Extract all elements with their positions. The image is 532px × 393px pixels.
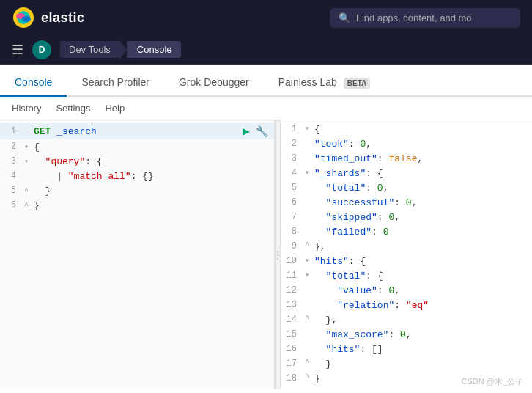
tab-search-profiler[interactable]: Search Profiler — [67, 69, 164, 97]
user-initial: D — [39, 45, 45, 55]
second-bar: ☰ D Dev Tools Console — [0, 35, 532, 65]
line-content-4: | "match_all": {} — [31, 171, 274, 182]
code-line-4: 4 | "match_all": {} — [0, 169, 274, 183]
settings-icon[interactable]: 🔧 — [256, 125, 268, 138]
r-line-3: 3 "timed_out": false, — [281, 153, 532, 167]
line-content-1: GET _search — [31, 126, 243, 137]
r-line-12: 12 "value": 0, — [281, 284, 532, 299]
watermark: CSDN @木_公子 — [461, 376, 523, 387]
left-editor-content: 1 GET _search ▶ 🔧 2 ▾ { 3 — [0, 120, 274, 389]
line-num-4: 4 — [0, 171, 22, 181]
panel-divider[interactable]: ⋮ — [275, 120, 281, 389]
line-content-5: } — [31, 186, 274, 196]
code-line-5: 5 ^ } — [0, 183, 274, 198]
line-actions: ▶ 🔧 — [243, 124, 274, 139]
r-line-5: 5 "total": 0, — [281, 182, 532, 196]
right-output-panel: 1 ▾ { 2 "took": 0, 3 "timed_out": false,… — [281, 120, 532, 389]
search-icon: 🔍 — [339, 12, 350, 23]
line-content-3: "query": { — [31, 156, 274, 167]
r-line-8: 8 "failed": 0 — [281, 226, 532, 240]
fold-5[interactable]: ^ — [22, 187, 31, 195]
elastic-logo-text: elastic — [41, 10, 85, 26]
svg-point-3 — [22, 16, 31, 22]
r-line-4: 4 ▾ "_shards": { — [281, 167, 532, 182]
endpoint: _search — [56, 126, 97, 137]
settings-button[interactable]: Settings — [56, 103, 90, 114]
r-line-15: 15 "max_score": 0, — [281, 328, 532, 343]
r-line-11: 11 ▾ "total": { — [281, 270, 532, 284]
user-avatar[interactable]: D — [32, 40, 51, 59]
code-line-3: 3 ▾ "query": { — [0, 154, 274, 169]
r-line-6: 6 "successful": 0, — [281, 196, 532, 211]
line-num-3: 3 — [0, 156, 22, 166]
r-line-9: 9 ^ }, — [281, 240, 532, 255]
tab-console[interactable]: Console — [0, 69, 67, 97]
fold-6[interactable]: ^ — [22, 202, 31, 210]
r-line-7: 7 "skipped": 0, — [281, 211, 532, 226]
history-button[interactable]: History — [12, 103, 41, 114]
elastic-logo: elastic — [12, 6, 85, 29]
tab-painless-lab[interactable]: Painless Lab BETA — [264, 69, 385, 97]
breadcrumb-arrow — [119, 40, 127, 59]
top-bar: elastic 🔍 Find apps, content, and mo — [0, 0, 532, 35]
r-line-10: 10 ▾ "hits": { — [281, 255, 532, 270]
breadcrumb-devtools[interactable]: Dev Tools — [60, 41, 119, 58]
hamburger-icon: ☰ — [12, 42, 23, 58]
tab-grok-debugger[interactable]: Grok Debugger — [164, 69, 264, 97]
line-content-6: } — [31, 200, 274, 211]
r-line-17: 17 ^ } — [281, 358, 532, 372]
r-line-14: 14 ^ }, — [281, 314, 532, 328]
breadcrumb: Dev Tools Console — [60, 40, 181, 59]
hamburger-button[interactable]: ☰ — [12, 42, 23, 58]
global-search-bar[interactable]: 🔍 Find apps, content, and mo — [330, 8, 520, 28]
r-line-2: 2 "took": 0, — [281, 138, 532, 153]
code-line-1: 1 GET _search ▶ 🔧 — [0, 123, 274, 139]
editor-area: 1 GET _search ▶ 🔧 2 ▾ { 3 — [0, 120, 532, 389]
search-placeholder-text: Find apps, content, and mo — [356, 12, 472, 23]
r-line-16: 16 "hits": [] — [281, 343, 532, 358]
line-num-5: 5 — [0, 186, 22, 196]
line-content-2: { — [31, 142, 274, 153]
fold-3[interactable]: ▾ — [22, 157, 31, 166]
elastic-logo-icon — [12, 6, 35, 29]
line-num-1: 1 — [0, 126, 22, 136]
sub-toolbar: History Settings Help — [0, 97, 532, 120]
fold-2[interactable]: ▾ — [22, 142, 31, 151]
beta-badge: BETA — [344, 78, 370, 89]
line-num-6: 6 — [0, 200, 22, 210]
method-keyword: GET — [34, 126, 51, 137]
run-button[interactable]: ▶ — [243, 124, 250, 139]
help-button[interactable]: Help — [105, 103, 125, 114]
code-line-2: 2 ▾ { — [0, 139, 274, 154]
code-line-6: 6 ^ } — [0, 198, 274, 213]
left-editor-panel[interactable]: 1 GET _search ▶ 🔧 2 ▾ { 3 — [0, 120, 275, 389]
tab-bar: Console Search Profiler Grok Debugger Pa… — [0, 65, 532, 97]
line-num-2: 2 — [0, 142, 22, 152]
breadcrumb-console[interactable]: Console — [127, 41, 181, 58]
r-line-13: 13 "relation": "eq" — [281, 299, 532, 314]
r-line-1: 1 ▾ { — [281, 123, 532, 138]
